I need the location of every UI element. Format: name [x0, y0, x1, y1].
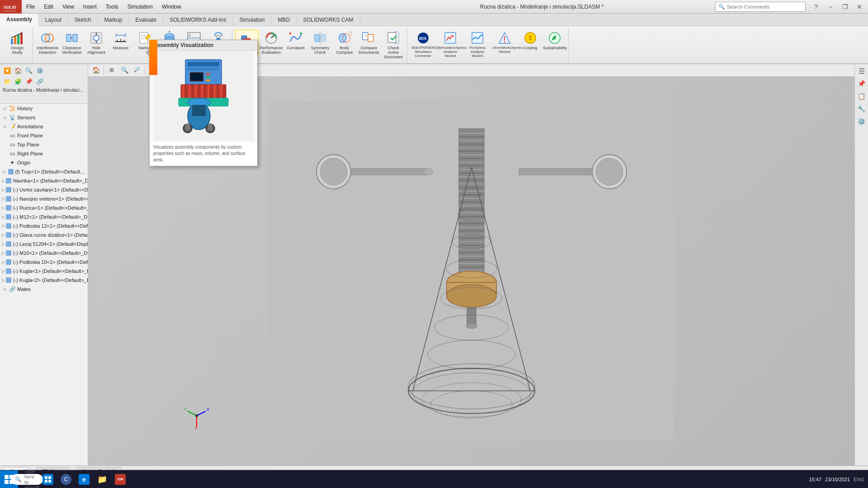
- tree-item-podloska10[interactable]: ▷ (-) Podloska 10<1> (Default<<Default..…: [0, 258, 88, 267]
- tree-item-mates[interactable]: ▷ 🔗 Mates: [0, 285, 88, 294]
- tree-item-annotations[interactable]: ▷ 📝 Annotations: [0, 122, 88, 131]
- tree-label: (-) Podloska 12<1> (Default<<Default...: [13, 223, 88, 229]
- panel-home-icon[interactable]: 🏠: [14, 66, 23, 75]
- menu-simulation[interactable]: Simulation: [123, 0, 157, 14]
- expander: ▷: [2, 106, 8, 111]
- right-panel-btn-1[interactable]: ☰: [856, 65, 868, 77]
- tab-markup[interactable]: Markup: [98, 14, 129, 26]
- tab-layout[interactable]: Layout: [39, 14, 68, 26]
- tree-item-navojno[interactable]: ▷ (-) Navojno vreteno<1> (Default<<De...: [0, 194, 88, 203]
- 3dexperience-button[interactable]: 3DS 3DEXPERIENCE Simulation Connector: [410, 30, 436, 59]
- zoom-to-fit-button[interactable]: ⊞: [106, 64, 118, 76]
- curvature-button[interactable]: Curvature: [284, 30, 307, 52]
- tab-sw-addins[interactable]: SOLIDWORKS Add-Ins: [163, 14, 233, 26]
- performance-evaluation-button[interactable]: Performance Evaluation: [259, 30, 283, 56]
- measure-button[interactable]: Measure: [109, 30, 132, 52]
- taskbar-time: 15:47: [809, 477, 822, 482]
- menu-edit[interactable]: Edit: [39, 0, 58, 14]
- menu-insert[interactable]: Insert: [79, 0, 101, 14]
- svg-rect-80: [6, 277, 11, 283]
- history-icon: 📜: [8, 104, 16, 113]
- tree-label: Mates: [17, 286, 31, 292]
- tree-item-navrtka[interactable]: ▷ Navrtka<1> (Default<<Default>_Displ...: [0, 176, 88, 185]
- taskbar-app-file-explorer[interactable]: 📁: [94, 470, 110, 488]
- sustainability-button[interactable]: Sustainability: [543, 30, 566, 52]
- tree-item-podloska12[interactable]: ▷ (-) Podloska 12<1> (Default<<Default..…: [0, 221, 88, 230]
- tab-sketch[interactable]: Sketch: [68, 14, 98, 26]
- svg-rect-77: [6, 250, 11, 256]
- compare-documents-button[interactable]: Compare Documents: [357, 30, 381, 56]
- search-box[interactable]: 🔍: [715, 2, 806, 12]
- ribbon-tabs: Assembly Layout Sketch Markup Evaluate S…: [0, 14, 868, 26]
- flowxpress-button[interactable]: FloXpress Analysis Wizard: [464, 30, 491, 59]
- taskbar-app-windows[interactable]: [40, 470, 56, 488]
- clearance-verification-button[interactable]: Clearance Verification: [60, 30, 84, 56]
- tab-assembly[interactable]: Assembly: [0, 14, 39, 26]
- symmetry-check-button[interactable]: Symmetry Check: [308, 30, 332, 56]
- svg-rect-4: [14, 36, 16, 44]
- interference-detection-button[interactable]: Interference Detection: [36, 30, 59, 56]
- tree-item-rucica[interactable]: ▷ (-) Rucica<1> (Default<<Default>_Dis..…: [0, 203, 88, 212]
- help-icon[interactable]: ?: [809, 2, 823, 11]
- menu-view[interactable]: View: [58, 0, 79, 14]
- tree-item-uvrtni[interactable]: ▷ (-) Uvrtni zavrtanj<1> (Default<<Defa.…: [0, 185, 88, 194]
- tree-icon-3[interactable]: 📌: [24, 77, 33, 86]
- minimize-button[interactable]: −: [824, 2, 837, 11]
- svg-text:WORKS: WORKS: [4, 10, 16, 11]
- component-icon: [5, 222, 12, 230]
- taskbar-app-sw[interactable]: SW: [112, 470, 128, 488]
- menu-window[interactable]: Window: [157, 0, 186, 14]
- right-panel-btn-5[interactable]: ⚙️: [856, 116, 868, 127]
- tree-item-front-plane[interactable]: ▭ Front Plane: [0, 131, 88, 140]
- panel-icon-row-2: 📁 🧩 📌 🔗: [2, 76, 86, 87]
- tree-label: Origin: [17, 160, 30, 165]
- driveworksxpress-button[interactable]: DriveWorksXpress Wizard: [491, 30, 518, 55]
- tree-icon-1[interactable]: 📁: [3, 77, 12, 86]
- search-input[interactable]: [727, 4, 795, 9]
- simulationxpress-button[interactable]: SimulationXpress Analysis Wizard: [437, 30, 463, 59]
- tab-evaluate[interactable]: Evaluate: [129, 14, 163, 26]
- zoom-out-button[interactable]: 🔎: [131, 64, 143, 76]
- body-compare-button[interactable]: ? Body Compare: [333, 30, 356, 56]
- taskbar-app-cortana[interactable]: C: [58, 470, 74, 488]
- costing-button[interactable]: $ Costing: [519, 30, 542, 52]
- symmetry-check-icon: [313, 31, 327, 45]
- tree-icon-2[interactable]: 🧩: [14, 77, 23, 86]
- tree-item-m12[interactable]: ▷ (-) M12<1> (Default<<Default>_Displ...: [0, 212, 88, 221]
- tree-item-glava[interactable]: ▷ (-) Glava rucne dizalice<1> (Defau...: [0, 230, 88, 239]
- tree-icon-4[interactable]: 🔗: [35, 77, 44, 86]
- hole-alignment-button[interactable]: Hole Alignment: [85, 30, 108, 56]
- check-active-document-button[interactable]: Check Active Document: [382, 30, 405, 61]
- right-panel-btn-2[interactable]: 📌: [856, 78, 868, 89]
- close-button[interactable]: ✕: [853, 2, 866, 11]
- restore-button[interactable]: ❐: [838, 2, 852, 11]
- tree-item-origin[interactable]: ✦ Origin: [0, 158, 88, 167]
- tree-item-top-plane[interactable]: ▭ Top Plane: [0, 140, 88, 149]
- tree-item-history[interactable]: ▷ 📜 History: [0, 104, 88, 113]
- taskbar-search[interactable]: 🔍 Type here to search: [18, 470, 36, 488]
- design-study-button[interactable]: Design Study: [4, 30, 31, 56]
- tree-item-right-plane[interactable]: ▭ Right Plane: [0, 149, 88, 158]
- tree-item-lezaj[interactable]: ▷ (-) Lezaj 51204<1> (Default<Display St…: [0, 239, 88, 249]
- filter-icon[interactable]: 🔽: [3, 66, 12, 75]
- svg-rect-48: [321, 34, 326, 42]
- menu-file[interactable]: File: [22, 0, 39, 14]
- tree-item-kugla2[interactable]: ▷ (-) Kugla<2> (Default<<Default>_Disp..…: [0, 276, 88, 285]
- panel-search-icon[interactable]: 🔍: [24, 66, 33, 75]
- home-view-button[interactable]: 🏠: [90, 64, 102, 76]
- tree-item-m10[interactable]: ▷ (-) M10<1> (Default<<Default>_Displ...: [0, 249, 88, 258]
- zoom-in-button[interactable]: 🔍: [118, 64, 130, 76]
- right-panel-btn-3[interactable]: 📋: [856, 90, 868, 102]
- body-compare-label: Body Compare: [334, 46, 355, 55]
- taskbar-app-edge[interactable]: e: [76, 470, 92, 488]
- tab-sw-cam[interactable]: SOLIDWORKS CAM: [297, 14, 360, 26]
- panel-settings-icon[interactable]: ⚙️: [35, 66, 44, 75]
- tree-item-kugla1[interactable]: ▷ (-) Kugla<1> (Default<<Default>_Disp..…: [0, 267, 88, 276]
- tree-item-sensors[interactable]: ▷ 📡 Sensors: [0, 113, 88, 122]
- tab-mbd[interactable]: MBD: [272, 14, 297, 26]
- tree-item-trup[interactable]: ▷ (f) Trup<1> (Default<<Default>_Displ..…: [0, 167, 88, 176]
- 3dexperience-icon: 3DS: [416, 31, 430, 45]
- right-panel-btn-4[interactable]: 🔧: [856, 103, 868, 115]
- menu-tools[interactable]: Tools: [101, 0, 123, 14]
- tab-simulation[interactable]: Simulation: [233, 14, 272, 26]
